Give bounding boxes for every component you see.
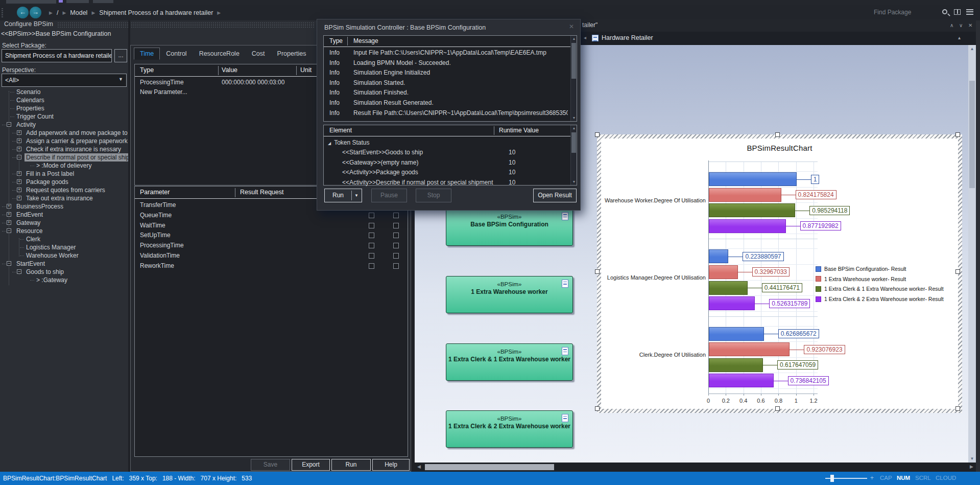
column-header[interactable]: Element (329, 127, 352, 134)
scroll-down-icon[interactable]: ▼ (968, 455, 976, 463)
browse-package-button[interactable]: ... (114, 49, 127, 62)
diagram-tab-label[interactable]: tailer" (582, 21, 597, 29)
tree-item[interactable]: Logistics Manager (0, 243, 128, 251)
result-request-checkbox[interactable] (369, 223, 374, 228)
close-icon[interactable]: ✕ (569, 23, 574, 30)
tab-cost[interactable]: Cost (246, 48, 271, 60)
selection-handle[interactable] (955, 269, 960, 274)
log-type-cell[interactable]: Info (329, 98, 340, 108)
scroll-down-icon[interactable]: ▼ (571, 115, 577, 121)
tree-item[interactable]: +Take out extra insurance (0, 194, 128, 202)
runtime-value-cell[interactable]: 10 (509, 148, 515, 157)
log-message-cell[interactable]: Simulation Result Generated. (353, 98, 568, 108)
vertical-scrollbar[interactable]: ▲ ▼ (968, 45, 976, 463)
zoom-slider[interactable] (825, 478, 867, 479)
scroll-down-icon[interactable]: ▼ (571, 179, 577, 185)
selection-handle[interactable] (595, 406, 600, 411)
tree-item[interactable]: +EndEvent (0, 211, 128, 219)
back-button[interactable]: ← (17, 7, 29, 18)
scrollbar-thumb[interactable] (969, 81, 975, 188)
column-header[interactable]: Runtime Value (499, 127, 539, 134)
element-name-cell[interactable]: <<Activity>>Describe if normal post or s… (342, 178, 495, 188)
result-request-checkbox[interactable] (393, 213, 399, 218)
bpsim-artifact-node[interactable]: «BPSim»Base BPSim Configuration (446, 209, 573, 246)
scrollbar[interactable]: ▲ ▼ (570, 36, 577, 121)
column-header[interactable]: Parameter (140, 189, 170, 196)
export-button[interactable]: Export (292, 459, 330, 471)
chevron-down-icon[interactable]: ∨ (959, 22, 963, 28)
param-type-cell[interactable]: New Parameter... (140, 87, 187, 97)
scrollbar-thumb[interactable] (571, 132, 576, 153)
tree-item[interactable]: Clerk (0, 235, 128, 243)
param-type-cell[interactable]: ProcessingTime (140, 78, 184, 87)
close-icon[interactable]: ✕ (968, 22, 972, 28)
param-value-cell[interactable]: 000:000:000 000:03:00 (222, 78, 284, 87)
chevron-down-icon[interactable]: ▼ (354, 189, 358, 202)
log-message-cell[interactable]: Simulation Finished. (353, 88, 568, 98)
bpsim-artifact-node[interactable]: «BPSim»1 Extra Clerk & 2 Extra Warehouse… (446, 410, 573, 448)
log-type-cell[interactable]: Info (329, 78, 340, 88)
expand-icon[interactable]: + (7, 212, 11, 217)
expand-icon[interactable]: + (7, 204, 11, 209)
log-message-cell[interactable]: Loading BPMN Model - Succeeded. (353, 58, 568, 68)
result-request-checkbox[interactable] (369, 213, 374, 218)
scrollbar-thumb[interactable] (425, 464, 554, 470)
tree-item[interactable]: +Check if extra insurance is nessary (0, 145, 128, 153)
tree-item[interactable]: Calendars (0, 96, 128, 104)
perspective-select[interactable]: <All> (2, 74, 127, 87)
log-message-cell[interactable]: Result File Path:C:\Users\CNIPPR~1\AppDa… (353, 108, 568, 118)
save-button[interactable]: Save (251, 459, 290, 471)
expand-icon[interactable]: + (17, 179, 21, 184)
column-header[interactable]: Message (353, 37, 378, 44)
tree-item[interactable]: Warehouse Worker (0, 251, 128, 260)
column-header[interactable]: Result Request (240, 189, 283, 196)
scroll-right-icon[interactable]: ▶ (970, 464, 973, 469)
tab-control[interactable]: Control (160, 48, 193, 60)
result-parameter-cell[interactable]: TransferTime (140, 200, 176, 210)
result-request-checkbox[interactable] (369, 243, 374, 248)
result-request-checkbox[interactable] (369, 253, 374, 259)
result-parameter-cell[interactable]: WaitTime (140, 221, 165, 230)
result-request-checkbox[interactable] (393, 243, 399, 248)
collapse-icon[interactable]: − (17, 269, 21, 274)
result-parameter-cell[interactable]: ReworkTime (140, 261, 174, 271)
bpsim-artifact-node[interactable]: «BPSim»1 Extra Warehouse worker (446, 276, 573, 313)
expand-icon[interactable]: + (17, 171, 21, 176)
tree-item[interactable]: −Resource (0, 227, 128, 235)
horizontal-scrollbar[interactable]: ◀ ▶ (415, 463, 976, 472)
configure-bpsim-title[interactable]: Configure BPSim (4, 20, 53, 28)
tree-item[interactable]: > :Mode of delievery (0, 161, 128, 170)
log-type-cell[interactable]: Info (329, 68, 340, 78)
search-icon[interactable] (942, 9, 947, 14)
tree-item[interactable]: +Gateway (0, 219, 128, 227)
expand-icon[interactable]: + (17, 147, 21, 151)
package-input[interactable]: Shipment Process of a hardware retailer (2, 49, 112, 62)
chevron-up-icon[interactable]: ∧ (950, 22, 953, 28)
result-request-checkbox[interactable] (369, 233, 374, 238)
tree-item[interactable]: +BusinessProcess (0, 202, 128, 211)
toggle-cap[interactable]: CAP (880, 475, 892, 481)
tree-item[interactable]: Properties (0, 104, 128, 112)
toggle-num[interactable]: NUM (897, 475, 910, 481)
result-parameter-cell[interactable]: ValidationTime (140, 251, 180, 261)
zoom-slider-thumb[interactable] (830, 475, 834, 482)
expand-icon[interactable]: + (7, 220, 11, 225)
tree-item[interactable]: Scenario (0, 88, 128, 96)
expand-icon[interactable]: + (17, 138, 21, 143)
selection-handle[interactable] (595, 269, 600, 274)
bpsim-artifact-node[interactable]: «BPSim»1 Extra Clerk & 1 Extra Warehouse… (446, 343, 573, 381)
element-name-cell[interactable]: <<Gateway>>(empty name) (342, 158, 495, 168)
help-button[interactable]: Help (372, 459, 410, 471)
collapse-icon[interactable]: − (7, 261, 11, 266)
selection-handle[interactable] (955, 132, 960, 137)
column-header[interactable]: Value (222, 66, 237, 74)
column-header[interactable]: Unit (300, 66, 312, 74)
scrollbar[interactable]: ▲ ▼ (570, 125, 577, 185)
selection-handle[interactable] (595, 132, 600, 137)
expand-icon[interactable]: + (17, 196, 21, 200)
scrollbar-thumb[interactable] (571, 43, 576, 79)
selection-handle[interactable] (955, 406, 960, 411)
tab-properties[interactable]: Properties (271, 48, 313, 60)
result-request-checkbox[interactable] (393, 233, 399, 238)
tree-item[interactable]: −Goods to ship (0, 268, 128, 276)
